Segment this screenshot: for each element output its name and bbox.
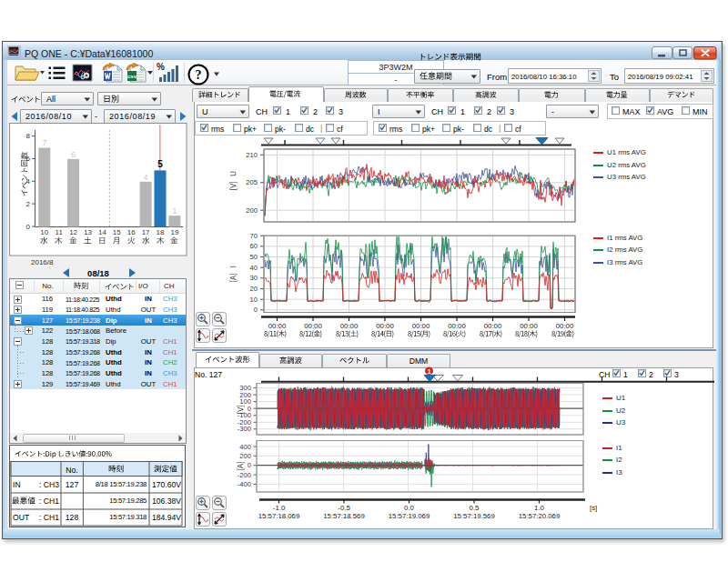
svg-text:15:57:19.569: 15:57:19.569 bbox=[453, 512, 495, 520]
svg-text:15:57:18.569: 15:57:18.569 bbox=[323, 512, 365, 520]
svg-text:-400: -400 bbox=[238, 480, 251, 488]
svg-text:0.5: 0.5 bbox=[470, 504, 480, 512]
svg-text:-300: -300 bbox=[238, 425, 251, 433]
svg-text:-200: -200 bbox=[238, 471, 251, 479]
svg-text:15:57:20.069: 15:57:20.069 bbox=[519, 512, 561, 520]
svg-text:15:57:18.069: 15:57:18.069 bbox=[258, 512, 300, 520]
svg-text:0.0: 0.0 bbox=[404, 504, 415, 512]
svg-text:-1.0: -1.0 bbox=[273, 504, 286, 512]
svg-text:1.0: 1.0 bbox=[534, 504, 545, 512]
svg-text:400: 400 bbox=[239, 443, 251, 451]
svg-text:-0.5: -0.5 bbox=[338, 504, 350, 512]
svg-text:15:57:19.069: 15:57:19.069 bbox=[389, 512, 430, 520]
svg-text:200: 200 bbox=[239, 452, 251, 460]
svg-text:[s]: [s] bbox=[590, 504, 597, 512]
